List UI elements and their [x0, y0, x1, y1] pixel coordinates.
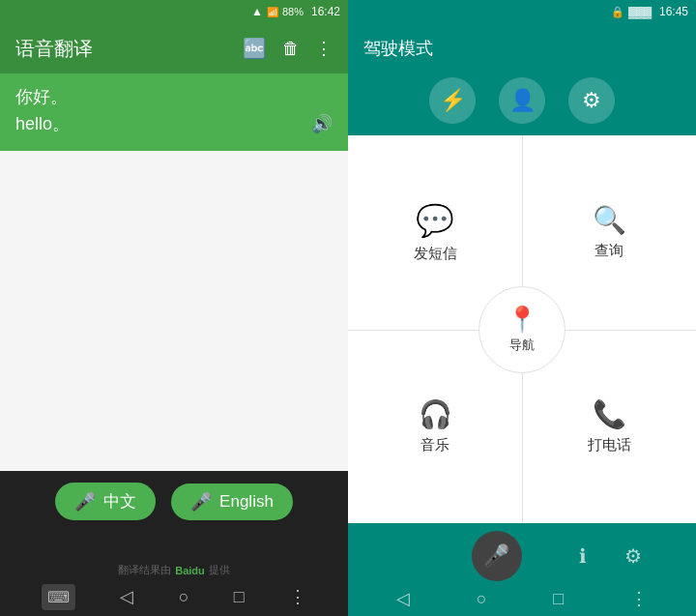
chinese-mic-icon: 🎤 [74, 491, 96, 513]
signal-icon: 📶 [267, 7, 278, 17]
drive-mic-button[interactable]: 🎤 [472, 531, 522, 581]
search-label: 查询 [594, 242, 624, 260]
settings-bottom-button[interactable]: ⚙ [616, 539, 651, 573]
sms-label: 发短信 [414, 245, 457, 263]
translated-text: hello。 [15, 112, 70, 135]
translate-icon[interactable]: 🔤 [243, 37, 267, 60]
content-area [0, 151, 348, 471]
chinese-lang-button[interactable]: 🎤 中文 [55, 483, 156, 520]
home-button-right[interactable]: ○ [477, 589, 487, 609]
drive-content: 💬 发短信 🔍 查询 🎧 音乐 📞 打电话 📍 导航 [348, 135, 696, 523]
time-display-left: 16:42 [311, 5, 340, 18]
battery-text: 88% [282, 6, 304, 17]
baidu-credit: 翻译结果由 Baidu 提供 [118, 563, 230, 577]
status-bar-right: 🔒 ▓▓▓ 16:45 [348, 0, 696, 23]
credit-text: 翻译结果由 [118, 563, 171, 577]
sms-icon: 💬 [416, 202, 454, 239]
music-label: 音乐 [420, 436, 450, 455]
english-mic-icon: 🎤 [190, 491, 212, 513]
nav-bar-right: ◁ ○ □ ⋮ [348, 581, 696, 616]
more-options-icon[interactable]: ⋮ [315, 38, 333, 59]
info-button[interactable]: ℹ [566, 539, 600, 573]
back-button-right[interactable]: ◁ [396, 588, 410, 609]
header-icons: 🔤 🗑 ⋮ [243, 37, 333, 60]
more-nav-right[interactable]: ⋮ [630, 588, 648, 609]
left-panel: ▲ 📶 88% 16:42 语音翻译 🔤 🗑 ⋮ 你好。 hello。 🔊 🎤 … [0, 0, 348, 616]
info-icon: ℹ [579, 544, 587, 568]
english-lang-label: English [219, 492, 274, 512]
language-buttons: 🎤 中文 🎤 English [55, 483, 293, 520]
settings-drive-icon: ⚙ [582, 88, 601, 113]
drive-grid: 💬 发短信 🔍 查询 🎧 音乐 📞 打电话 📍 导航 [348, 135, 696, 523]
drive-mic-row: 🎤 ℹ ⚙ [348, 523, 696, 581]
settings-bottom-icon: ⚙ [624, 544, 642, 568]
back-button-left[interactable]: ◁ [120, 586, 133, 607]
drive-title: 驾驶模式 [363, 37, 681, 60]
bottom-bar-left: 🎤 中文 🎤 English 翻译结果由 Baidu 提供 [0, 471, 348, 577]
app-title: 语音翻译 [15, 36, 231, 62]
status-bar-left: ▲ 📶 88% 16:42 [0, 0, 348, 23]
drive-controls: ⚡ 👤 ⚙ [348, 73, 696, 135]
recents-button-left[interactable]: □ [234, 587, 245, 607]
drive-mic-icon: 🎤 [483, 543, 509, 569]
status-icons-right: 🔒 ▓▓▓ 16:45 [611, 5, 688, 18]
contacts-icon: 👤 [509, 88, 536, 113]
source-text: 你好。 [15, 85, 333, 108]
nav-label: 导航 [509, 337, 535, 354]
phone-icon: 📞 [593, 398, 626, 430]
phone-label: 打电话 [588, 436, 631, 455]
time-display-right: 16:45 [659, 5, 688, 18]
bluetooth-button[interactable]: ⚡ [429, 77, 476, 124]
english-lang-button[interactable]: 🎤 English [171, 484, 293, 520]
search-icon-right: 🔍 [593, 204, 626, 236]
navigation-center-button[interactable]: 📍 导航 [478, 286, 566, 373]
drive-header: 🔒 ▓▓▓ 16:45 驾驶模式 [348, 0, 696, 73]
music-icon: 🎧 [419, 398, 452, 430]
settings-drive-button[interactable]: ⚙ [568, 77, 615, 124]
more-nav-left[interactable]: ⋮ [289, 586, 306, 607]
drive-bottom: 🎤 ℹ ⚙ ◁ ○ □ ⋮ [348, 523, 696, 616]
nav-bar-left: ⌨ ◁ ○ □ ⋮ [0, 577, 348, 616]
credit-brand: Baidu [175, 565, 205, 576]
wifi-icon: ▲ [251, 5, 263, 18]
battery-right: ▓▓▓ [628, 6, 652, 17]
translation-area: 你好。 hello。 🔊 [0, 73, 348, 151]
speaker-icon[interactable]: 🔊 [311, 113, 333, 134]
status-icons-left: ▲ 📶 88% 16:42 [251, 5, 340, 18]
delete-icon[interactable]: 🗑 [282, 39, 300, 59]
right-panel: 🔒 ▓▓▓ 16:45 驾驶模式 ⚡ 👤 ⚙ 💬 发短信 [348, 0, 696, 616]
chinese-lang-label: 中文 [103, 490, 136, 513]
nav-map-icon: 📍 [507, 305, 537, 335]
app-header: 语音翻译 🔤 🗑 ⋮ [0, 23, 348, 73]
drive-title-row: 驾驶模式 [348, 23, 696, 73]
translated-text-row: hello。 🔊 [15, 112, 333, 135]
home-button-left[interactable]: ○ [179, 587, 189, 607]
keyboard-icon[interactable]: ⌨ [42, 584, 75, 610]
credit-suffix: 提供 [209, 563, 230, 577]
contacts-button[interactable]: 👤 [499, 77, 545, 124]
recents-button-right[interactable]: □ [553, 589, 564, 609]
lock-icon-right: 🔒 [611, 6, 624, 18]
bluetooth-icon: ⚡ [440, 88, 466, 113]
